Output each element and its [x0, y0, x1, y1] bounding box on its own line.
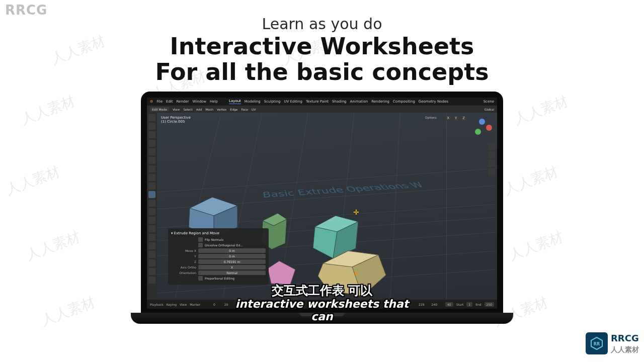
video-subtitle: 交互式工作表 可以 interactive worksheets that ca… — [231, 283, 413, 323]
axis-ortho-label: Axis Ortho — [171, 265, 196, 269]
menu-edit[interactable]: Edit — [166, 100, 173, 104]
header-add[interactable]: Add — [196, 108, 202, 111]
dissolve-checkbox[interactable] — [198, 243, 203, 247]
workspace-sculpting[interactable]: Sculpting — [264, 100, 281, 104]
zoom-icon[interactable] — [488, 143, 495, 150]
tool-shrink-icon[interactable] — [148, 268, 155, 275]
move-y-label: Y — [171, 254, 196, 258]
header-vertex[interactable]: Vertex — [217, 108, 226, 111]
pan-icon[interactable] — [488, 151, 495, 158]
workspace-geonodes[interactable]: Geometry Nodes — [419, 100, 448, 104]
operator-title: ▾ Extrude Region and Move — [171, 231, 266, 235]
menu-file[interactable]: File — [156, 100, 163, 104]
viewport-3d[interactable]: User Perspective (1) Circle.005 X Y Z Op… — [157, 113, 497, 300]
viewport-options[interactable]: Options — [425, 116, 437, 119]
timeline-view[interactable]: View — [180, 303, 187, 306]
workspace-modeling[interactable]: Modeling — [245, 100, 261, 104]
tool-move-icon[interactable] — [148, 131, 155, 138]
header-select[interactable]: Select — [183, 108, 193, 111]
tool-rip-icon[interactable] — [148, 277, 155, 284]
move-x-label: Move X — [171, 249, 196, 252]
dissolve-label: Dissolve Orthogonal Ed... — [205, 243, 243, 247]
timeline-tick: 0 — [213, 303, 215, 306]
tool-rotate-icon[interactable] — [148, 140, 155, 147]
tool-addcube-icon[interactable] — [148, 183, 155, 190]
svg-marker-8 — [268, 261, 295, 285]
workspace-shading[interactable]: Shading — [332, 100, 346, 104]
perspective-icon[interactable] — [488, 168, 495, 175]
workspace-rendering[interactable]: Rendering — [371, 100, 389, 104]
viewport-label-line2: (1) Circle.005 — [161, 120, 191, 124]
move-z-value[interactable]: 0.76191 m — [198, 259, 266, 264]
tool-select-icon[interactable] — [148, 114, 155, 121]
menu-render[interactable]: Render — [177, 100, 189, 104]
axis-z[interactable]: Z — [460, 116, 467, 121]
header-edge[interactable]: Edge — [230, 108, 237, 111]
tool-scale-icon[interactable] — [148, 148, 155, 155]
svg-text:RR: RR — [594, 342, 600, 346]
flip-normals-label: Flip Normals — [205, 238, 223, 241]
timeline-tick: 229 — [419, 303, 424, 306]
workspace-texpaint[interactable]: Texture Paint — [306, 100, 329, 104]
blender-header: Edit Mode View Select Add Mesh Vertex Ed… — [147, 106, 497, 113]
header-view[interactable]: View — [173, 108, 180, 111]
timeline-marker[interactable]: Marker — [190, 303, 200, 306]
timeline-keying[interactable]: Keying — [167, 303, 177, 306]
subtitle-chinese: 交互式工作表 可以 — [231, 283, 413, 299]
axis-y[interactable]: Y — [453, 116, 459, 121]
end-label: End — [475, 303, 481, 306]
tool-bevel-icon[interactable] — [148, 208, 155, 215]
menu-window[interactable]: Window — [192, 100, 206, 104]
timeline-tick: 240 — [432, 303, 437, 306]
camera-icon[interactable] — [488, 160, 495, 167]
blender-body: User Perspective (1) Circle.005 X Y Z Op… — [147, 113, 497, 300]
orientation-value[interactable]: Normal — [198, 270, 266, 275]
header-face[interactable]: Face — [241, 108, 248, 111]
tool-smooth-icon[interactable] — [148, 251, 155, 258]
workspace-layout[interactable]: Layout — [229, 99, 241, 104]
axis-x[interactable]: X — [445, 116, 451, 121]
toolbar-left — [147, 113, 157, 300]
watermark-bottom-right: RR RRCG 人人素材 — [586, 332, 639, 354]
workspace-animation[interactable]: Animation — [350, 100, 368, 104]
axis-ortho-value[interactable]: X — [198, 265, 266, 269]
workspace-compositing[interactable]: Compositing — [393, 100, 415, 104]
orientation-selector[interactable]: Global — [485, 108, 494, 111]
move-x-value[interactable]: 0 m — [198, 248, 266, 253]
proportional-checkbox[interactable] — [198, 276, 203, 281]
flip-normals-checkbox[interactable] — [198, 237, 203, 242]
pretitle: Learn as you do — [262, 15, 382, 33]
start-value[interactable]: 1 — [466, 302, 472, 307]
mode-selector[interactable]: Edit Mode — [150, 107, 169, 112]
scene-selector[interactable]: Scene — [484, 100, 494, 104]
tool-measure-icon[interactable] — [148, 174, 155, 181]
title-line-1: Interactive Worksheets — [170, 34, 474, 59]
nav-gizmo-icon[interactable] — [472, 118, 492, 138]
timeline-playback[interactable]: Playback — [150, 303, 164, 306]
tool-transform-icon[interactable] — [148, 157, 155, 164]
tool-extrude-icon[interactable] — [148, 191, 155, 198]
tool-spin-icon[interactable] — [148, 242, 155, 249]
tool-slide-icon[interactable] — [148, 259, 155, 266]
tool-knife-icon[interactable] — [148, 225, 155, 232]
laptop-mockup: ⚙ File Edit Render Window Help Layout Mo… — [141, 92, 503, 324]
menu-help[interactable]: Help — [210, 100, 218, 104]
end-value[interactable]: 250 — [485, 302, 494, 307]
proportional-label: Proportional Editing — [205, 277, 234, 280]
current-frame[interactable]: 40 — [445, 302, 453, 307]
header-mesh[interactable]: Mesh — [205, 108, 213, 111]
title-line-2: For all the basic concepts — [155, 59, 489, 85]
tool-loopcut-icon[interactable] — [148, 217, 155, 224]
viewport-label: User Perspective (1) Circle.005 — [161, 116, 191, 124]
tool-cursor-icon[interactable] — [148, 123, 155, 130]
tool-inset-icon[interactable] — [148, 200, 155, 207]
workspace-uv[interactable]: UV Editing — [284, 100, 302, 104]
move-y-value[interactable]: 0 m — [198, 254, 266, 258]
viewport-axis-toggle[interactable]: X Y Z — [445, 116, 467, 121]
3d-cursor-icon: ✛ — [353, 208, 359, 216]
header-uv[interactable]: UV — [252, 108, 256, 111]
move-z-label: Z — [171, 260, 196, 263]
tool-annotate-icon[interactable] — [148, 165, 155, 172]
watermark-br-text: RRCG 人人素材 — [611, 333, 639, 354]
tool-polybuild-icon[interactable] — [148, 234, 155, 241]
